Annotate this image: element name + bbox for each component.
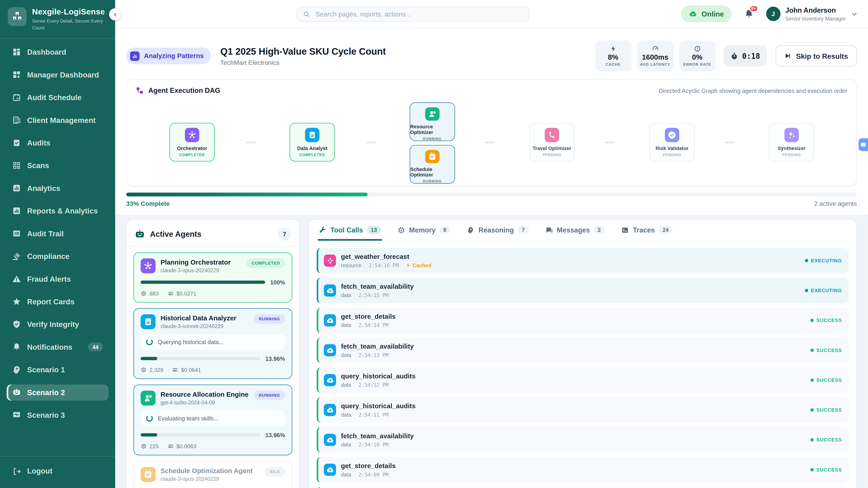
workflow-icon: [135, 86, 144, 95]
call-status: SUCCESS: [810, 348, 842, 353]
avatar: J: [766, 6, 780, 21]
skip-icon: [784, 53, 791, 59]
calendar-solid-icon: [141, 467, 156, 482]
skip-to-results-button[interactable]: Skip to Results: [776, 45, 857, 66]
agent-card-planning-orchestrator[interactable]: Planning Orchestrator claude-3-opus-2024…: [133, 252, 292, 303]
user-name: John Anderson: [785, 6, 846, 15]
star-icon: [12, 297, 21, 306]
tool-call-row[interactable]: fetch_team_availability data2:54:13 PM S…: [317, 337, 848, 363]
sidebar-item-client-management[interactable]: Client Management: [6, 112, 108, 128]
dag-canvas: Orchestrator COMPLETED Data Analyst COMP…: [135, 97, 847, 180]
bell-icon: [12, 343, 21, 351]
user-menu[interactable]: J John Anderson Senior Inventory Manager: [766, 6, 858, 21]
warning-triangle-icon: [12, 274, 21, 283]
dag-node-synthesizer[interactable]: Synthesizer PENDING: [769, 123, 814, 162]
sidebar-item-dashboard[interactable]: Dashboard: [6, 44, 108, 60]
dag-edge: [246, 142, 256, 143]
tab-memory[interactable]: Memory 8: [396, 220, 452, 240]
sidebar-item-reports-analytics[interactable]: Reports & Analytics: [6, 203, 108, 219]
robot-icon: [134, 229, 145, 239]
cpu-icon: [397, 226, 405, 234]
dag-node-data-analyst[interactable]: Data Analyst COMPLETED: [289, 123, 335, 162]
alert-circle-icon: [694, 45, 701, 52]
tool-calls-panel: Tool Calls 13 Memory 8 Reasoning 7: [308, 219, 857, 488]
tab-traces[interactable]: Traces 24: [620, 220, 674, 240]
tool-call-row[interactable]: fetch_team_availability data2:54:10 PM S…: [317, 427, 848, 453]
sidebar-item-audit-schedule[interactable]: Audit Schedule: [6, 90, 108, 105]
cloud-download-icon: [324, 464, 336, 476]
sidebar-item-manager-dashboard[interactable]: Manager Dashboard: [6, 67, 108, 83]
head-icon: [467, 226, 475, 234]
tool-call-row[interactable]: query_historical_audits data2:54:08 PM S…: [317, 487, 848, 488]
cost-icon: [172, 367, 178, 373]
tool-call-row[interactable]: query_historical_audits data2:54:12 PM S…: [317, 367, 848, 393]
dag-node-travel-optimizer[interactable]: Travel Optimizer PENDING: [529, 123, 575, 162]
sidebar-item-scenario-3[interactable]: Scenario 3: [6, 407, 108, 423]
client-name: TechMart Electronics: [220, 59, 386, 66]
phase-chart-icon: [130, 51, 140, 61]
sidebar-item-analytics[interactable]: Analytics: [6, 180, 108, 196]
sidebar-item-scans[interactable]: Scans: [6, 158, 108, 173]
search-input[interactable]: [314, 10, 523, 19]
elapsed-timer: 0:18: [723, 45, 767, 66]
dag-edge: [605, 142, 615, 143]
route-icon: [545, 128, 559, 142]
tool-call-row[interactable]: fetch_team_availability data2:54:15 PM E…: [317, 278, 848, 303]
tool-call-row[interactable]: get_weather_forecast resource 2:54:16 PM…: [317, 248, 848, 273]
sidebar-item-scenario-2[interactable]: Scenario 2: [6, 384, 108, 400]
dag-node-orchestrator[interactable]: Orchestrator COMPLETED: [169, 123, 215, 162]
run-header: Analyzing Patterns Q1 2025 High-Value SK…: [115, 28, 868, 215]
topbar: Online 9+ J John Anderson Senior Invento…: [115, 0, 868, 28]
call-status: EXECUTING: [805, 288, 842, 293]
tab-reasoning[interactable]: Reasoning 7: [466, 220, 530, 240]
global-search[interactable]: [297, 6, 529, 22]
stat-error-rate: 0% ERROR RATE: [679, 40, 716, 71]
sidebar-item-audit-trail[interactable]: Audit Trail: [6, 225, 108, 241]
spinner-icon: [146, 415, 153, 422]
dag-node-resource-optimizer[interactable]: Resource Optimizer RUNNING: [410, 102, 455, 141]
tab-messages[interactable]: Messages 2: [544, 220, 606, 240]
doc-bars-icon: [305, 128, 319, 142]
tool-call-row[interactable]: query_historical_audits data2:54:11 PM S…: [317, 397, 848, 423]
main-content: Analyzing Patterns Q1 2025 High-Value SK…: [115, 28, 868, 488]
agent-card-historical-data-analyzer[interactable]: Historical Data Analyzer claude-3-sonnet…: [133, 308, 292, 379]
agent-activity: Evaluating team skills...: [141, 411, 285, 426]
sidebar-item-notifications[interactable]: Notifications44: [6, 339, 108, 355]
zap-icon: [406, 263, 411, 268]
tool-call-row[interactable]: get_store_details data2:54:14 PM SUCCESS: [317, 308, 848, 333]
floating-assistant-button[interactable]: [859, 138, 868, 151]
agent-card-schedule-optimization-agent[interactable]: Schedule Optimization Agent claude-3-opu…: [133, 461, 292, 488]
sidebar-item-fraud-alerts[interactable]: Fraud Alerts: [6, 271, 108, 287]
report-chart-icon: [12, 206, 21, 215]
sparkles-icon: [784, 128, 799, 142]
sidebar-item-report-cards[interactable]: Report Cards: [6, 293, 108, 310]
hub-icon: [141, 258, 156, 273]
calendar-solid-icon: [425, 150, 440, 163]
notifications-bell-button[interactable]: 9+: [744, 9, 754, 19]
spinner-icon: [146, 339, 153, 345]
worker-gear-icon: [425, 107, 440, 121]
call-status: SUCCESS: [810, 437, 842, 443]
dag-node-schedule-optimizer[interactable]: Schedule Optimizer RUNNING: [410, 145, 455, 184]
dag-node-risk-validator[interactable]: Risk Validator PENDING: [649, 123, 695, 162]
tab-tool-calls[interactable]: Tool Calls 13: [318, 220, 382, 240]
progress-track: [126, 193, 857, 196]
logout-button[interactable]: Logout: [6, 463, 108, 479]
sidebar-nav: Dashboard Manager Dashboard Audit Schedu…: [0, 44, 115, 423]
agent-card-resource-allocation-engine[interactable]: Resource Allocation Engine gpt-4-turbo-2…: [133, 385, 292, 455]
sidebar-item-compliance[interactable]: Compliance: [6, 248, 108, 264]
bar-chart-icon: [12, 184, 21, 193]
tool-call-row[interactable]: get_store_details data2:54:09 PM SUCCESS: [317, 457, 848, 483]
run-progress: 33% Complete 2 active agents: [126, 193, 857, 207]
sidebar-item-scenario-1[interactable]: Scenario 1: [6, 362, 108, 378]
online-status-badge: Online: [681, 5, 732, 22]
brand-logo-icon: [8, 7, 26, 26]
weather-icon: [324, 255, 336, 267]
agent-status-badge: COMPLETED: [247, 258, 285, 268]
call-status: SUCCESS: [810, 318, 842, 323]
cost-icon: [167, 291, 174, 297]
search-icon: [303, 11, 310, 18]
sidebar-item-audits[interactable]: Audits: [6, 135, 108, 151]
sidebar-item-verify-integrity[interactable]: Verify Integrity: [6, 316, 108, 332]
sidebar-collapse-button[interactable]: [109, 8, 121, 21]
